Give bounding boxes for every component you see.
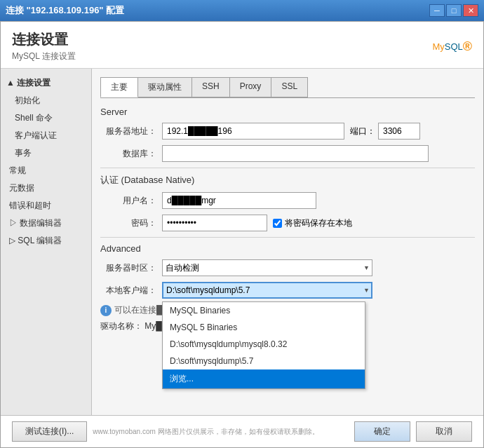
watermark-text: www.toymoban.com 网络图片仅供展示，非存储，如有侵权请联系删除。 xyxy=(93,427,318,437)
pass-input[interactable] xyxy=(162,215,267,231)
sidebar-item-connection-settings[interactable]: ▲ 连接设置 xyxy=(1,74,91,92)
user-label: 用户名： xyxy=(100,195,156,207)
sidebar-item-data-editor[interactable]: ▷ 数据编辑器 xyxy=(1,215,91,232)
logo-my: My xyxy=(432,41,444,52)
user-row: 用户名： xyxy=(100,192,475,209)
advanced-section-title: Advanced xyxy=(100,243,475,254)
auth-section-title: 认证 (Database Native) xyxy=(100,174,475,186)
client-row: 本地客户端： D:\soft\mysqldump\5.7 xyxy=(100,282,475,299)
tab-proxy[interactable]: Proxy xyxy=(229,77,272,97)
client-label: 本地客户端： xyxy=(100,285,156,297)
sidebar-item-client-auth[interactable]: 客户端认证 xyxy=(1,127,91,144)
footer-area: 测试连接(I)... www.toymoban.com 网络图片仅供展示，非存储… xyxy=(1,415,483,447)
server-input[interactable] xyxy=(162,123,344,140)
client-select[interactable]: D:\soft\mysqldump\5.7 xyxy=(162,282,372,299)
tab-ssh[interactable]: SSH xyxy=(191,77,230,97)
ok-button[interactable]: 确定 xyxy=(354,421,410,442)
divider-1 xyxy=(100,168,475,168)
tabs-container: 主要 驱动属性 SSH Proxy SSL xyxy=(100,77,475,98)
dropdown-item-1[interactable]: MySQL Binaries xyxy=(163,302,365,319)
page-title: 连接设置 xyxy=(12,30,76,49)
dropdown-item-4[interactable]: D:\soft\mysqldump\5.7 xyxy=(163,353,365,369)
header-area: 连接设置 MySQL 连接设置 MySQL® xyxy=(1,22,483,69)
client-select-wrapper: D:\soft\mysqldump\5.7 xyxy=(162,282,372,299)
title-bar: 连接 "192.168.109.196" 配置 ─ □ ✕ xyxy=(0,0,484,21)
dropdown-item-3[interactable]: D:\soft\mysqldump\mysql8.0.32 xyxy=(163,336,365,353)
password-row: 密码： 将密码保存在本地 xyxy=(100,215,475,231)
port-label: 端口： xyxy=(350,125,375,137)
dropdown-item-2[interactable]: MySQL 5 Binaries xyxy=(163,319,365,336)
save-pass-row: 将密码保存在本地 xyxy=(273,217,352,229)
main-panel: 主要 驱动属性 SSH Proxy SSL Server 服务器地址： 端口： … xyxy=(92,69,483,415)
db-input[interactable] xyxy=(162,145,429,162)
client-row-container: 本地客户端： D:\soft\mysqldump\5.7 MySQL Binar… xyxy=(100,282,475,299)
timezone-select-wrapper: 自动检测 xyxy=(162,259,372,276)
save-pass-checkbox[interactable] xyxy=(273,219,282,228)
tab-ssl[interactable]: SSL xyxy=(271,77,308,97)
db-label: 数据库： xyxy=(100,148,156,160)
mysql-logo: MySQL® xyxy=(432,39,472,54)
port-input[interactable] xyxy=(378,123,420,140)
footer-buttons: 确定 取消 xyxy=(354,421,472,442)
timezone-select[interactable]: 自动检测 xyxy=(162,259,372,276)
tab-driver-props[interactable]: 驱动属性 xyxy=(137,77,192,97)
window-body: 连接设置 MySQL 连接设置 MySQL® ▲ 连接设置 初始化 Shell … xyxy=(0,21,484,448)
window-title: 连接 "192.168.109.196" 配置 xyxy=(6,4,124,17)
dropdown-item-browse[interactable]: 浏览... xyxy=(163,369,365,388)
database-row: 数据库： xyxy=(100,145,475,162)
sidebar-item-initialization[interactable]: 初始化 xyxy=(1,92,91,109)
sidebar-item-sql-editor[interactable]: ▷ SQL 编辑器 xyxy=(1,232,91,250)
sidebar-item-shell-commands[interactable]: Shell 命令 xyxy=(1,109,91,127)
header-content: 连接设置 MySQL 连接设置 xyxy=(12,30,76,62)
sidebar-item-metadata[interactable]: 元数据 xyxy=(1,179,91,197)
server-section-title: Server xyxy=(100,107,475,117)
divider-2 xyxy=(100,237,475,238)
driver-label: 驱动名称： xyxy=(100,321,142,331)
close-button[interactable]: ✕ xyxy=(463,4,478,17)
sidebar-item-transactions[interactable]: 事务 xyxy=(1,144,91,162)
user-input[interactable] xyxy=(162,192,316,209)
client-dropdown: MySQL Binaries MySQL 5 Binaries D:\soft\… xyxy=(162,301,365,389)
page-subtitle: MySQL 连接设置 xyxy=(12,50,76,62)
logo-trademark: ® xyxy=(463,39,472,54)
cancel-button[interactable]: 取消 xyxy=(416,421,472,442)
sidebar-item-errors-timeout[interactable]: 错误和超时 xyxy=(1,197,91,215)
save-pass-label: 将密码保存在本地 xyxy=(285,217,352,229)
sidebar-item-general[interactable]: 常规 xyxy=(1,162,91,179)
tab-main[interactable]: 主要 xyxy=(100,77,138,97)
content-area: ▲ 连接设置 初始化 Shell 命令 客户端认证 事务 常规 元数据 错误和超… xyxy=(1,69,483,415)
sidebar: ▲ 连接设置 初始化 Shell 命令 客户端认证 事务 常规 元数据 错误和超… xyxy=(1,69,92,415)
pass-label: 密码： xyxy=(100,217,156,229)
window-controls: ─ □ ✕ xyxy=(429,4,478,17)
server-row: 服务器地址： 端口： xyxy=(100,123,475,140)
logo-sql: SQL xyxy=(445,41,463,52)
minimize-button[interactable]: ─ xyxy=(429,4,445,17)
server-label: 服务器地址： xyxy=(100,125,156,137)
advanced-section: Advanced 服务器时区： 自动检测 本地客户端： D:\s xyxy=(100,243,475,332)
timezone-row: 服务器时区： 自动检测 xyxy=(100,259,475,276)
maximize-button[interactable]: □ xyxy=(446,4,462,17)
info-icon: i xyxy=(100,305,112,316)
timezone-label: 服务器时区： xyxy=(100,262,156,274)
test-connection-button[interactable]: 测试连接(I)... xyxy=(12,421,87,442)
footer-left: 测试连接(I)... www.toymoban.com 网络图片仅供展示，非存储… xyxy=(12,421,319,442)
